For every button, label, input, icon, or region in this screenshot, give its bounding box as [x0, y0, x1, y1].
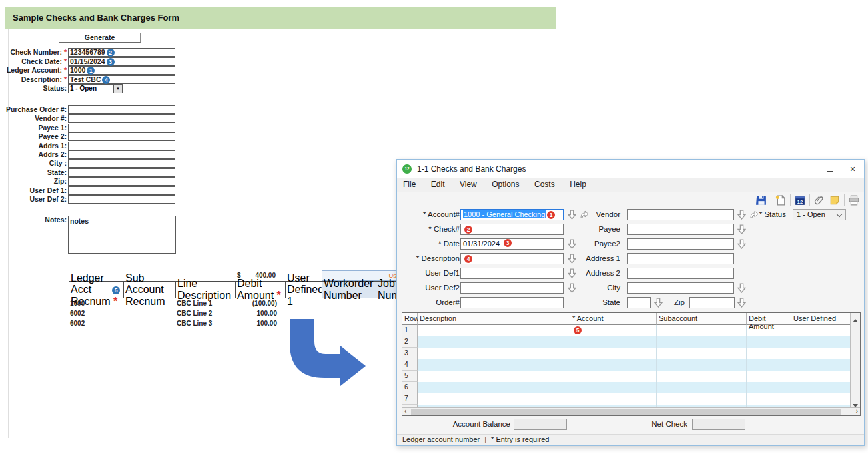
calendar-12-icon[interactable]: 12 — [794, 194, 806, 206]
menu-costs[interactable]: Costs — [528, 178, 561, 192]
payee2-input[interactable] — [627, 238, 734, 250]
grid-cell[interactable] — [747, 371, 791, 382]
maximize-button[interactable] — [819, 160, 841, 178]
city-lookup-icon[interactable] — [737, 283, 747, 293]
grid-cell[interactable] — [570, 393, 657, 405]
zip-lookup-icon[interactable] — [737, 298, 747, 308]
grid-cell[interactable] — [791, 336, 851, 348]
table-cell-desc[interactable]: CBC Line 2 — [177, 310, 212, 317]
grid-cell[interactable] — [791, 371, 851, 382]
minimize-button[interactable]: – — [796, 160, 819, 178]
title-bar[interactable]: 12 1-1 Checks and Bank Charges – ✕ — [397, 160, 864, 178]
grid-cell[interactable] — [747, 348, 791, 359]
table-cell-ledger[interactable]: 6002 — [70, 320, 85, 327]
table-cell-ledger[interactable]: 1000 — [70, 300, 85, 307]
account-input[interactable]: 1000 - General Checking 1 — [460, 209, 564, 220]
table-cell-debit[interactable]: 100.00 — [235, 320, 277, 327]
grid-cell[interactable]: 5 — [570, 325, 657, 336]
grid-cell[interactable] — [418, 336, 570, 348]
horizontal-scrollbar[interactable]: ‹ › — [402, 407, 860, 415]
notes-textarea[interactable]: notes — [68, 216, 176, 254]
grid-cell[interactable] — [657, 325, 747, 336]
generate-button[interactable]: Generate — [59, 33, 141, 43]
vendor-jump-icon[interactable] — [749, 210, 759, 220]
col-header-sub-account-recnum[interactable]: Sub Account Recnum — [123, 281, 175, 298]
table-cell-desc[interactable]: CBC Line 3 — [177, 320, 212, 327]
col-header-workorder-number[interactable]: Workorder Number — [322, 281, 376, 298]
field-input[interactable] — [68, 142, 175, 150]
col-header-user-defined-1[interactable]: User Defined 1 — [285, 281, 322, 298]
vendor-lookup-icon[interactable] — [737, 210, 747, 220]
grid-cell[interactable] — [418, 382, 570, 393]
menu-view[interactable]: View — [454, 178, 483, 192]
field-input[interactable] — [68, 159, 175, 168]
check-number-input[interactable]: 1234567892 — [68, 48, 175, 57]
scrollbar-thumb[interactable] — [411, 409, 841, 415]
grid-cell[interactable] — [747, 393, 791, 405]
col-header-debit-amount[interactable]: Debit Amount * — [235, 281, 285, 298]
description-input[interactable]: 4 — [460, 253, 564, 264]
ledger-account-input[interactable]: 10001 — [68, 66, 175, 75]
grid-cell[interactable] — [418, 371, 570, 382]
table-cell-debit[interactable]: (100.00) — [235, 300, 277, 307]
new-document-icon[interactable] — [775, 194, 787, 206]
address1-input[interactable] — [627, 253, 734, 264]
field-input[interactable] — [68, 168, 175, 177]
grid-cell[interactable] — [791, 348, 851, 359]
state-lookup-icon[interactable] — [654, 298, 663, 308]
grid-row-number[interactable]: 5 — [402, 371, 418, 382]
grid-cell[interactable] — [570, 348, 657, 359]
user-def1-input[interactable] — [460, 268, 564, 279]
grid-row-number[interactable]: 1 — [402, 325, 418, 336]
check-date-input[interactable]: 01/15/20243 — [68, 57, 175, 66]
grid-row-number[interactable]: 7 — [402, 393, 418, 405]
table-cell-desc[interactable]: CBC Line 1 — [177, 300, 212, 307]
date-lookup-icon[interactable] — [568, 239, 577, 249]
payee-lookup-icon[interactable] — [737, 224, 747, 234]
grid-cell[interactable] — [570, 382, 657, 393]
grid-col-debit-amount[interactable]: Debit Amount — [747, 313, 791, 325]
save-icon[interactable] — [755, 194, 767, 206]
grid-cell[interactable] — [747, 382, 791, 393]
status-dropdown[interactable]: 1 - Open ▼ — [68, 84, 123, 93]
dropdown-arrow-icon[interactable]: ▼ — [113, 85, 122, 93]
col-header-line-description[interactable]: Line Description — [175, 281, 235, 298]
grid-cell[interactable] — [791, 393, 851, 405]
grid-cell[interactable] — [418, 348, 570, 359]
grid-cell[interactable] — [657, 371, 747, 382]
payee-input[interactable] — [627, 224, 734, 235]
grid-col-account[interactable]: * Account — [570, 313, 657, 325]
payee2-lookup-icon[interactable] — [737, 239, 747, 249]
menu-help[interactable]: Help — [564, 178, 592, 192]
field-input[interactable] — [68, 132, 175, 141]
field-input[interactable] — [68, 124, 175, 132]
grid-row-number[interactable]: 6 — [402, 382, 418, 393]
grid-cell[interactable] — [657, 393, 747, 405]
attachment-icon[interactable] — [813, 194, 825, 206]
table-cell-debit[interactable]: 100.00 — [235, 310, 277, 317]
vendor-input[interactable] — [627, 209, 734, 220]
grid-cell[interactable] — [657, 336, 747, 348]
grid-cell[interactable] — [747, 325, 791, 336]
field-input[interactable] — [68, 186, 175, 195]
grid-row-number[interactable]: 3 — [402, 348, 418, 359]
grid-cell[interactable] — [418, 393, 570, 405]
check-input[interactable]: 2 — [460, 224, 564, 235]
grid-cell[interactable] — [657, 382, 747, 393]
scroll-up-icon[interactable] — [851, 313, 860, 323]
grid-cell[interactable] — [570, 359, 657, 371]
grid-cell[interactable] — [570, 371, 657, 382]
field-input[interactable] — [68, 105, 175, 114]
grid-col-user-defined[interactable]: User Defined — [791, 313, 851, 325]
grid-cell[interactable] — [418, 325, 570, 336]
description-lookup-icon[interactable] — [568, 254, 577, 264]
note-icon[interactable] — [829, 194, 841, 206]
grid-col-subaccount[interactable]: Subaccount — [657, 313, 747, 325]
account-jump-icon[interactable] — [580, 210, 589, 220]
city-input[interactable] — [627, 282, 734, 294]
field-input[interactable] — [68, 150, 175, 159]
grid-col-row[interactable]: Row — [402, 313, 418, 325]
app-status-dropdown[interactable]: 1 - Open — [793, 209, 846, 220]
menu-edit[interactable]: Edit — [425, 178, 451, 192]
field-input[interactable] — [68, 114, 175, 123]
